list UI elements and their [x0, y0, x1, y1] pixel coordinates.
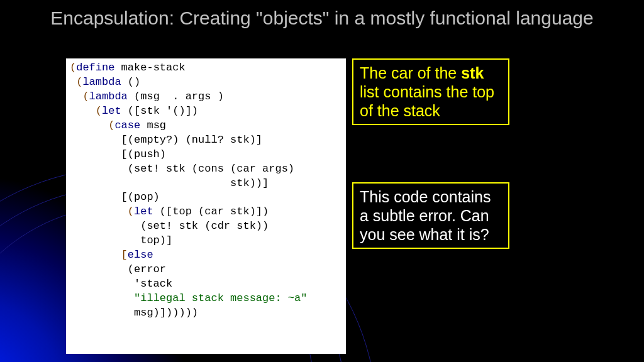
code-block: (define make-stack (lambda () (lambda (m…: [66, 58, 346, 354]
note-box-2: This code contains a subtle error. Can y…: [352, 182, 509, 249]
slide-title: Encapsulation: Creating "objects" in a m…: [0, 6, 644, 30]
note-box-1: The car of the stk list contains the top…: [352, 58, 509, 125]
